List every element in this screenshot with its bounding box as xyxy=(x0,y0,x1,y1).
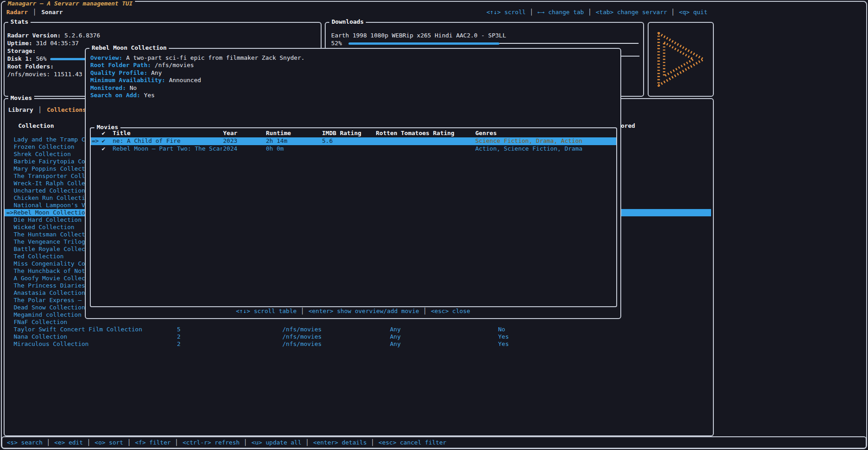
movie-runtime: 0h 0m xyxy=(266,145,284,153)
field-value: Yes xyxy=(144,92,155,99)
collection-root-folder: /nfs/movies xyxy=(282,333,322,340)
collection-row[interactable]: Taylor Swift Concert Film Collection 5 /… xyxy=(5,326,711,333)
collection-name: Miraculous Collection xyxy=(14,340,88,348)
collection-name: The Princess Diaries xyxy=(14,282,85,289)
disk-label: Disk 1: xyxy=(7,55,32,62)
column-header: Year xyxy=(223,130,237,137)
collection-name: A Goofy Movie Collect xyxy=(14,275,88,282)
field-value: /nfs/movies xyxy=(155,62,194,68)
movie-genres: Action, Science Fiction, Drama xyxy=(475,145,582,153)
field-label: Monitored: xyxy=(90,84,126,91)
collection-name: The Huntsman Collecti xyxy=(14,231,88,238)
collection-name: Nana Collection xyxy=(14,333,67,340)
bottom-help-panel: <s> search<e> edit<o> sort<f> filter<ctr… xyxy=(1,436,867,449)
collection-field: Quality Profile:Any xyxy=(90,69,305,77)
movies-tab[interactable]: Collections xyxy=(33,106,86,113)
collection-name: Dead Snow Collection xyxy=(14,304,85,311)
collection-name: Lady and the Tramp Co xyxy=(14,136,88,143)
movie-genres: Science Fiction, Drama, Action xyxy=(475,137,582,145)
movies-tabbar: LibraryCollections xyxy=(8,106,86,114)
collection-name: Uncharted Collection xyxy=(14,187,85,194)
collection-search-on-add: Yes xyxy=(498,340,509,348)
collection-field: Minimum Availability:Announced xyxy=(90,77,305,84)
collection-quality-profile: Any xyxy=(390,340,400,348)
collection-field: Monitored:No xyxy=(90,84,305,92)
help-key-hint: <ctrl-r> refresh xyxy=(171,439,239,446)
field-value: Announced xyxy=(169,77,201,84)
collection-name: The Polar Express – C xyxy=(14,297,88,304)
download-progress-fill xyxy=(348,42,499,45)
movie-row[interactable]: ✔ Rebel Moon – Part Two: The Scar 2024 0… xyxy=(91,145,616,153)
collection-movie-count: 2 xyxy=(177,340,181,348)
collection-name: Taylor Swift Concert Film Collection xyxy=(14,326,142,333)
collection-name: National Lampoon's Va xyxy=(14,202,88,209)
collection-row[interactable]: Miraculous Collection 2 /nfs/movies Any … xyxy=(5,340,711,348)
collection-field: Overview:A two-part sci-fi epic from fil… xyxy=(90,54,305,62)
help-key-hint: <esc> cancel filter xyxy=(367,439,447,446)
collection-quality-profile: Any xyxy=(390,326,400,333)
help-key-hint: <tab> change servarr xyxy=(584,9,667,16)
field-value: Any xyxy=(151,69,161,76)
collection-name: Ted Collection xyxy=(14,253,64,260)
collection-row[interactable]: Nana Collection 2 /nfs/movies Any Yes xyxy=(5,333,711,340)
modal-title: Rebel Moon Collection xyxy=(89,44,169,52)
top-help-bar: <↑↓> scroll←→ change tab<tab> change ser… xyxy=(487,9,708,16)
disk-percent: 56% xyxy=(36,55,47,62)
movie-row[interactable]: => ✔ ne: A Child of Fire 2023 2h 14m 5.6… xyxy=(91,137,616,145)
movies-table-header: ✔TitleYearRuntimeIMDB RatingRotten Tomat… xyxy=(91,130,616,137)
field-label: Overview: xyxy=(90,54,122,61)
help-key-hint: <enter> show overview/add movie xyxy=(296,308,419,314)
stats-panel-title: Stats xyxy=(8,18,31,26)
collection-search-on-add: Yes xyxy=(498,333,509,340)
bottom-help-bar: <s> search<e> edit<o> sort<f> filter<ctr… xyxy=(7,439,447,446)
field-label: Minimum Availability: xyxy=(90,77,165,84)
root-folder-value: /nfs/movies: 11511.43 GB xyxy=(7,71,93,78)
field-label: Search on Add: xyxy=(90,92,140,99)
help-key-hint: <f> filter xyxy=(123,439,171,446)
help-key-hint: <q> quit xyxy=(667,9,707,16)
servarr-tabbar: RadarrSonarr xyxy=(6,9,63,16)
column-header: Collection xyxy=(18,122,54,130)
collection-name: The Hunchback of Notr xyxy=(14,267,88,275)
monitored-check-icon: ✔ xyxy=(102,145,105,153)
collection-root-folder: /nfs/movies xyxy=(282,326,322,333)
collection-row[interactable]: FNaF Collection xyxy=(5,319,711,326)
movies-tab[interactable]: Library xyxy=(8,106,33,113)
collection-movie-count: 5 xyxy=(177,326,181,333)
collection-name: Shrek Collection xyxy=(14,151,71,158)
servarr-tab[interactable]: Radarr xyxy=(6,9,28,16)
collection-field: Root Folder Path:/nfs/movies xyxy=(90,62,305,69)
version-value: 5.2.6.8376 xyxy=(64,32,100,39)
movies-panel-title: Movies xyxy=(8,94,34,102)
radarr-dotted-play-triangle-icon xyxy=(649,23,713,96)
collection-name: Barbie Fairytopia Col xyxy=(14,158,88,165)
movie-imdb-rating: 5.6 xyxy=(322,137,333,145)
collection-name: Wicked Collection xyxy=(14,224,74,231)
monitored-check-icon: ✔ xyxy=(102,137,105,145)
help-key-hint: <esc> close xyxy=(419,308,470,314)
collection-movies-table: Movies ✔TitleYearRuntimeIMDB RatingRotte… xyxy=(90,127,617,307)
collection-quality-profile: Any xyxy=(390,333,400,340)
column-header: Rotten Tomatoes Rating xyxy=(376,130,454,137)
help-key-hint: <s> search xyxy=(7,439,42,446)
selection-arrow: => xyxy=(92,137,99,145)
modal-help-bar: <↑↓> scroll table<enter> show overview/a… xyxy=(86,308,620,315)
help-key-hint: <e> edit xyxy=(42,439,83,446)
uptime-value: 31d 04:35:37 xyxy=(36,40,79,47)
collection-details-modal: Rebel Moon Collection Overview:A two-par… xyxy=(85,48,621,319)
collection-field: Search on Add:Yes xyxy=(90,92,305,99)
movie-title: ne: A Child of Fire xyxy=(113,137,222,145)
download-item-name: Earth 1998 1080p WEBRip x265 Hindi AAC2.… xyxy=(331,32,639,39)
app-title: Managarr – A Servarr management TUI xyxy=(5,0,135,7)
download-percent: 52% xyxy=(331,40,342,47)
help-key-hint: <enter> details xyxy=(301,439,367,446)
servarr-tab[interactable]: Sonarr xyxy=(28,9,63,16)
movies-table-rows: => ✔ ne: A Child of Fire 2023 2h 14m 5.6… xyxy=(91,137,616,152)
movie-title: Rebel Moon – Part Two: The Scar xyxy=(113,145,222,153)
collection-name: Megamind collection xyxy=(14,311,82,319)
collection-name: Miss Congeniality Col xyxy=(14,260,88,267)
help-key-hint: <↑↓> scroll xyxy=(487,9,526,16)
downloads-panel-title: Downloads xyxy=(329,18,366,26)
field-value: A two-part sci-fi epic from filmmaker Za… xyxy=(126,54,304,61)
radarr-version-line: Radarr Version: 5.2.6.8376 xyxy=(7,32,317,39)
